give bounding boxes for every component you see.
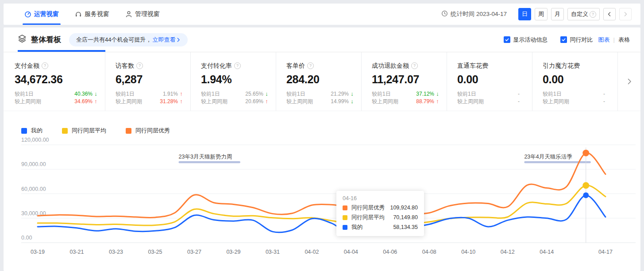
tooltip-row: 我的 58,134.35 (343, 224, 418, 231)
view-chart-toggle[interactable]: 图表 (598, 36, 610, 44)
pct-value: - (603, 90, 605, 97)
tooltip-row: 同行同层平均 70,149.80 (343, 214, 418, 221)
next-date-button[interactable] (619, 8, 632, 20)
checkbox-label: 显示活动信息 (513, 36, 548, 44)
svg-text:04-06: 04-06 (383, 249, 397, 255)
metric-card-conversion-rate[interactable]: 支付转化率 1.94% 较前1日25.65%↓ 较上周同期20.69%↑ (191, 52, 276, 111)
clock-icon (441, 10, 448, 18)
tooltip-series-name: 我的 (351, 224, 362, 231)
legend-label: 我的 (31, 127, 42, 135)
tab-service-view[interactable]: 服务视窗 (75, 4, 109, 25)
trend-arrow-icon: ↓ (263, 90, 270, 97)
svg-text:03-23: 03-23 (109, 249, 123, 255)
pct-value: 20.69% (245, 98, 263, 105)
help-icon[interactable] (234, 62, 241, 69)
trend-chart-section: 我的 同行同层平均 同行同层优秀 0.0030,000.0060,000.009… (4, 127, 640, 257)
svg-text:04-04: 04-04 (344, 249, 358, 255)
metric-card-payment-amount[interactable]: 支付金额 34,672.36 较前1日40.36%↓ 较上周同期34.69%↑ (4, 52, 105, 111)
chart-tooltip: 04-16 同行同层优秀 109,924.80 同行同层平均 70,149.80… (336, 191, 424, 236)
tab-label: 运营视窗 (34, 10, 59, 18)
tab-management-view[interactable]: 管理视窗 (125, 4, 160, 25)
tab-operation-view[interactable]: 运营视窗 (24, 4, 59, 25)
period-week-button[interactable]: 周 (535, 8, 548, 20)
svg-text:60,000.00: 60,000.00 (21, 186, 46, 192)
metric-card-visitors[interactable]: 访客数 6,287 较前1日1.91%↑ 较上周同期31.28%↑ (105, 52, 191, 111)
period-day-button[interactable]: 日 (518, 8, 531, 20)
trend-arrow-icon: ↑ (93, 98, 99, 105)
checkbox-checked-icon (504, 36, 510, 43)
help-icon[interactable] (42, 62, 48, 69)
pct-value: 31.28% (160, 98, 178, 105)
board-title-label: 整体看板 (31, 35, 61, 45)
tooltip-series-value: 58,134.35 (393, 224, 418, 231)
svg-text:90,000.00: 90,000.00 (21, 161, 46, 167)
tab-label: 管理视窗 (135, 10, 160, 18)
tooltip-date: 04-16 (343, 195, 418, 201)
metric-card-avg-order-value[interactable]: 客单价 284.20 较前1日21.29%↓ 较上周同期14.99%↓ (276, 52, 362, 111)
period-month-button[interactable]: 月 (551, 8, 564, 20)
trend-arrow-icon: ↓ (434, 90, 441, 97)
period-switcher: 日 周 月 自定义 (518, 8, 632, 20)
line-chart-canvas[interactable]: 0.0030,000.0060,000.0090,000.00120,000.0… (4, 138, 640, 257)
peer-compare-checkbox[interactable]: 同行对比 (560, 36, 593, 44)
chevron-left-icon (607, 12, 612, 17)
header-right-controls: 显示活动信息 同行对比 图表 | 表格 (491, 36, 630, 44)
help-icon[interactable] (136, 62, 143, 69)
svg-text:04-17: 04-17 (598, 249, 613, 255)
compare-label: 较上周同期 (116, 98, 142, 105)
metric-value: 34,672.36 (15, 72, 99, 87)
svg-text:03-29: 03-29 (226, 249, 240, 255)
show-activity-checkbox[interactable]: 显示活动信息 (504, 36, 548, 44)
metric-value: 11,247.07 (372, 72, 441, 87)
svg-text:03-21: 03-21 (69, 249, 84, 255)
pct-value: - (603, 98, 605, 105)
pct-value: 37.12% (416, 90, 434, 97)
compare-label: 较上周同期 (201, 98, 228, 105)
svg-text:04-14: 04-14 (540, 249, 554, 255)
svg-text:04-12: 04-12 (501, 249, 515, 255)
help-icon[interactable] (307, 62, 314, 69)
layers-icon (18, 34, 27, 45)
help-icon[interactable] (411, 62, 418, 69)
series-swatch (21, 128, 27, 134)
tooltip-row: 同行同层优秀 109,924.80 (343, 205, 418, 211)
gauge-icon (24, 11, 31, 18)
compare-label: 较前1日 (457, 90, 476, 97)
metric-value: 0.00 (543, 72, 612, 87)
compare-label: 较前1日 (116, 90, 135, 97)
trend-arrow-icon: ↑ (178, 98, 185, 105)
notice-text: 全店一共有44个机会可提升， (76, 36, 151, 44)
compare-label: 较上周同期 (457, 98, 484, 105)
period-custom-button[interactable]: 自定义 (567, 8, 600, 20)
legend-label: 同行同层平均 (72, 127, 106, 135)
chevron-right-icon (626, 78, 633, 85)
metric-card-refund-amount[interactable]: 成功退款金额 11,247.07 较前1日37.12%↓ 较上周同期88.79%… (362, 52, 447, 111)
person-icon (125, 11, 132, 18)
series-swatch (343, 205, 347, 210)
metric-cards-row: 支付金额 34,672.36 较前1日40.36%↓ 较上周同期34.69%↑ … (4, 52, 640, 111)
divider: | (613, 36, 615, 43)
tooltip-series-value: 70,149.80 (393, 214, 418, 221)
legend-item-mine[interactable]: 我的 (21, 127, 42, 135)
legend-item-peer-average[interactable]: 同行同层平均 (62, 127, 106, 135)
pct-value: 40.36% (74, 90, 93, 97)
svg-text:120,000.00: 120,000.00 (21, 138, 49, 143)
metric-card-ylmf-cost[interactable]: 引力魔方花费 0.00 较前1日- 较上周同期- (532, 52, 618, 111)
series-swatch (62, 128, 68, 134)
prev-date-button[interactable] (603, 8, 616, 20)
cards-next-button[interactable] (618, 52, 640, 111)
trend-arrow-icon: ↓ (349, 98, 355, 105)
pct-value: 1.91% (163, 90, 178, 97)
view-now-link[interactable]: 立即查看 (152, 36, 181, 44)
pct-value: 21.29% (331, 90, 349, 97)
tab-label: 服务视窗 (85, 10, 109, 18)
compare-label: 较上周同期 (15, 98, 41, 105)
metric-card-ztc-cost[interactable]: 直通车花费 0.00 较前1日- 较上周同期- (447, 52, 532, 111)
headset-icon (75, 11, 82, 18)
view-table-toggle[interactable]: 表格 (618, 36, 630, 44)
page: 运营视窗 服务视窗 管理视窗 统计时间 2023-04-17 (0, 0, 644, 271)
panel-header: 整体看板 全店一共有44个机会可提升， 立即查看 显示活动信息 (4, 27, 640, 52)
svg-text:03-27: 03-27 (187, 249, 201, 255)
legend-item-peer-excellent[interactable]: 同行同层优秀 (126, 127, 170, 135)
tab-overall-board[interactable]: 整体看板 (18, 34, 61, 45)
